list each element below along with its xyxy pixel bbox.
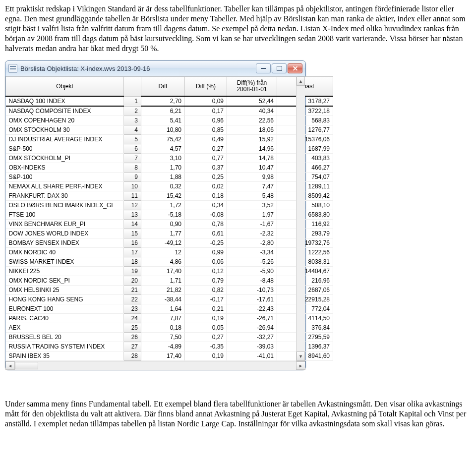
cell-name: OMX NORDIC SEK_PI: [6, 276, 124, 286]
table-row[interactable]: OMX NORDIC SEK_PI201,710,79-8,48216,96: [6, 276, 333, 286]
cell-senast: 754,07: [277, 173, 333, 182]
table-row[interactable]: SWISS MARKET INDEX184,860,06-5,268038,31: [6, 257, 333, 267]
cell-difff: -2,80: [227, 238, 277, 248]
cell-name: SWISS MARKET INDEX: [6, 257, 124, 267]
cell-senast: 1222,56: [277, 248, 333, 257]
table-row[interactable]: S&P-10091,880,259,98754,07: [6, 173, 333, 182]
cell-diff: 1,77: [141, 229, 185, 238]
cell-difff: -8,48: [227, 276, 277, 286]
cell-index: 18: [124, 257, 141, 267]
cell-index: 7: [124, 154, 141, 163]
table-row[interactable]: FRANKFURT. DAX 301115,420,185,488509,42: [6, 191, 333, 201]
cell-difff: 22,56: [227, 116, 277, 125]
cell-senast: 2795,59: [277, 333, 333, 342]
col-difffrom[interactable]: Diff(%) från 2008-01-01: [227, 77, 277, 97]
cell-name: NIKKEI 225: [6, 267, 124, 276]
cell-difff: 9,98: [227, 173, 277, 182]
table-row[interactable]: RUSSIA TRADING SYSTEM INDEX27-4,89-0,35-…: [6, 342, 333, 351]
col-objekt[interactable]: Objekt: [6, 77, 124, 97]
cell-diffp: 0,85: [185, 125, 227, 135]
table-row[interactable]: OMX STOCKHOLM 30410,800,8518,061276,77: [6, 125, 333, 135]
cell-senast: 19732,76: [277, 238, 333, 248]
table-row[interactable]: OMX NORDIC 4017120,99-3,341222,56: [6, 248, 333, 257]
cell-diffp: 0,49: [185, 135, 227, 144]
cell-diffp: 0,17: [185, 106, 227, 116]
window-close-button[interactable]: [288, 63, 302, 73]
cell-diff: 6,21: [141, 106, 185, 116]
table-row[interactable]: FTSE 10013-5,18-0,081,976583,80: [6, 210, 333, 220]
table-row[interactable]: DOW JONES WORLD INDEX151,770,61-2,32293,…: [6, 229, 333, 238]
cell-name: DOW JONES WORLD INDEX: [6, 229, 124, 238]
cell-difff: -10,73: [227, 286, 277, 295]
scroll-right-icon[interactable]: ►: [296, 361, 305, 370]
cell-name: NASDAQ COMPOSITE INDEX: [6, 106, 124, 116]
table-row[interactable]: BRUSSELS BEL 20267,500,27-32,272795,59: [6, 333, 333, 342]
cell-index: 1: [124, 96, 141, 106]
table-row[interactable]: NASDAQ COMPOSITE INDEX26,210,1740,343722…: [6, 106, 333, 116]
window-maximize-button[interactable]: [272, 63, 287, 73]
cell-senast: 216,96: [277, 276, 333, 286]
table-row[interactable]: OMX STOCKHOLM_PI73,100,7714,78403,83: [6, 154, 333, 163]
table-row[interactable]: OBX-INDEKS81,700,3710,47466,27: [6, 163, 333, 173]
table-row[interactable]: EURONEXT 100231,640,21-22,43772,04: [6, 304, 333, 314]
window-titlebar[interactable]: Börslista Objektlista: X-index.wvs 2013-…: [5, 61, 305, 76]
table-row[interactable]: OMX HELSINKI 252121,820,82-10,732687,06: [6, 286, 333, 295]
table-row[interactable]: OMX COPENHAGEN 2035,410,9622,56568,83: [6, 116, 333, 125]
cell-diff: 5,41: [141, 116, 185, 125]
scroll-track[interactable]: [15, 362, 296, 369]
cell-diffp: 0,19: [185, 314, 227, 323]
table-row[interactable]: S&P-50064,570,2714,961687,99: [6, 144, 333, 154]
table-row[interactable]: PARIS. CAC40247,870,19-26,714114,50: [6, 314, 333, 323]
col-diff[interactable]: Diff: [141, 77, 185, 97]
cell-name: FTSE 100: [6, 210, 124, 220]
cell-senast: 8509,42: [277, 191, 333, 201]
cell-index: 24: [124, 314, 141, 323]
cell-senast: 1289,11: [277, 182, 333, 191]
cell-diff: 7,50: [141, 333, 185, 342]
cell-difff: -17,61: [227, 295, 277, 304]
window-minimize-button[interactable]: [256, 63, 271, 73]
cell-difff: 7,47: [227, 182, 277, 191]
table-row[interactable]: NEMAX ALL SHARE PERF.-INDEX100,320,027,4…: [6, 182, 333, 191]
cell-senast: 4114,50: [277, 314, 333, 323]
col-senast[interactable]: Senast: [277, 77, 333, 97]
cell-index: 9: [124, 173, 141, 182]
table-row[interactable]: HONG KONG HANG SENG22-38,44-0,17-17,6122…: [6, 295, 333, 304]
cell-senast: 772,04: [277, 304, 333, 314]
table-row[interactable]: VINX BENCHMARK EUR_PI140,900,78-1,67116,…: [6, 220, 333, 229]
col-difffrom-line1: Diff(%) från: [237, 79, 267, 86]
col-diffp[interactable]: Diff (%): [185, 77, 227, 97]
table-row[interactable]: NIKKEI 2251917,400,12-5,9014404,67: [6, 267, 333, 276]
cell-diffp: -0,08: [185, 210, 227, 220]
cell-senast: 6583,80: [277, 210, 333, 220]
table-row[interactable]: AEX250,180,05-26,94376,84: [6, 323, 333, 333]
cell-diffp: 0,27: [185, 144, 227, 154]
table-row[interactable]: BOMBAY SENSEX INDEX16-49,12-0,25-2,80197…: [6, 238, 333, 248]
cell-index: 5: [124, 135, 141, 144]
scroll-down-icon[interactable]: ▼: [297, 351, 305, 361]
cell-difff: 14,78: [227, 154, 277, 163]
cell-name: FRANKFURT. DAX 30: [6, 191, 124, 201]
cell-senast: 293,79: [277, 229, 333, 238]
table-row[interactable]: NASDAQ 100 INDEX12,700,0952,443178,27: [6, 96, 333, 106]
scroll-thumb[interactable]: [15, 362, 38, 369]
cell-senast: 8038,31: [277, 257, 333, 267]
scroll-left-icon[interactable]: ◄: [5, 361, 15, 370]
table-row[interactable]: SPAIN IBEX 352817,400,19-41,018941,60: [6, 351, 333, 361]
cell-difff: 52,44: [227, 96, 277, 106]
col-index[interactable]: [124, 77, 141, 97]
scroll-up-icon[interactable]: ▲: [297, 76, 305, 86]
cell-diffp: 0,09: [185, 96, 227, 106]
cell-senast: 403,83: [277, 154, 333, 163]
cell-diff: 1,72: [141, 201, 185, 210]
cell-diff: 75,42: [141, 135, 185, 144]
cell-diffp: 0,79: [185, 276, 227, 286]
cell-diff: 4,57: [141, 144, 185, 154]
table-row[interactable]: OSLO BØRS BENCHMARK INDEX_GI121,720,343,…: [6, 201, 333, 210]
cell-diff: 7,87: [141, 314, 185, 323]
horizontal-scrollbar[interactable]: ◄ ►: [5, 361, 305, 370]
cell-senast: 508,10: [277, 201, 333, 210]
vertical-scrollbar[interactable]: ▲ ▼: [296, 76, 305, 361]
table-row[interactable]: DJ INDUSTRIAL AVERAGE INDEX575,420,4915,…: [6, 135, 333, 144]
cell-difff: -39,03: [227, 342, 277, 351]
